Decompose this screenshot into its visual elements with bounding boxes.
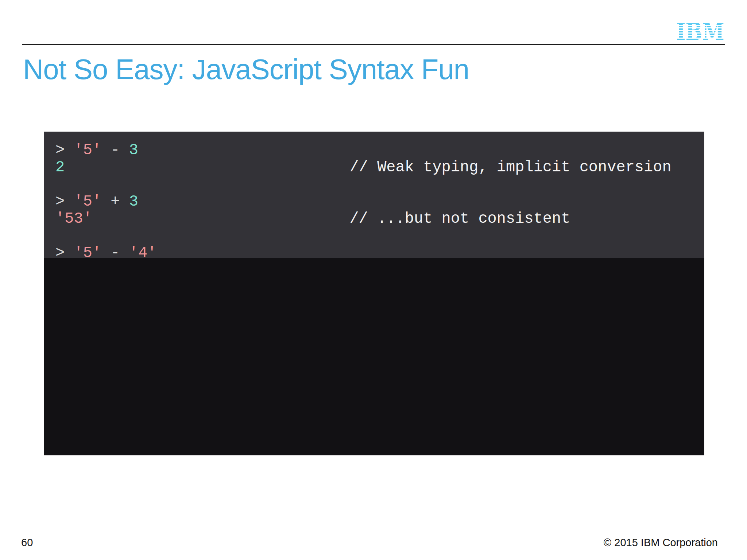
terminal-revealed-area: > '5' - 3 2 // Weak typing, implicit con… [44,132,704,258]
code-token-comment: // Weak typing, implicit conversion [350,159,671,176]
header-rule [22,44,725,45]
ibm-logo: IBM [676,20,725,42]
copyright-notice: © 2015 IBM Corporation [604,537,718,549]
page-number: 60 [21,537,33,549]
code-token-plain [92,210,350,228]
code-token-number: 3 [129,193,138,210]
terminal-code: > '5' - 3 2 // Weak typing, implicit con… [44,132,704,258]
code-token-string: '5' [74,193,101,210]
slide-canvas: IBM Not So Easy: JavaScript Syntax Fun >… [0,0,747,560]
code-token-string: '5' [74,244,101,258]
code-token-string: '53' [55,210,92,228]
code-token-plain: > [55,141,74,159]
terminal-screenshot: > '5' - 3 2 // Weak typing, implicit con… [44,132,704,455]
code-token-plain: - [101,141,129,159]
code-token-plain: > [55,193,74,210]
code-token-number: 3 [129,141,138,159]
code-token-plain: > [55,244,74,258]
code-token-number: 2 [55,159,65,176]
code-token-comment: // ...but not consistent [350,210,570,228]
ibm-logo-text: IBM [676,20,724,42]
code-token-plain: - [101,244,129,258]
code-token-string: '5' [74,141,101,159]
code-token-string: '4' [129,244,157,258]
code-token-plain [65,159,349,176]
code-token-plain: + [101,193,129,210]
page-title: Not So Easy: JavaScript Syntax Fun [23,55,469,85]
